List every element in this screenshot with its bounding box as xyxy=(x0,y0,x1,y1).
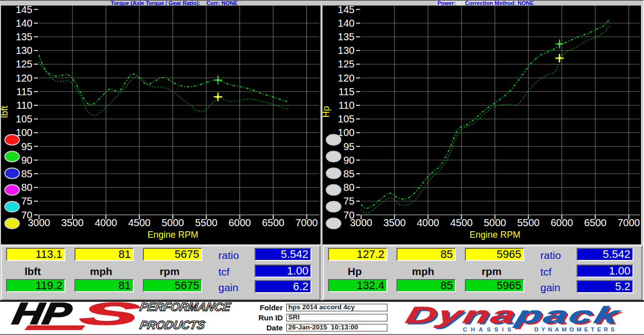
svg-text:105: 105 xyxy=(338,113,354,124)
svg-text:100: 100 xyxy=(338,127,354,138)
svg-text:140: 140 xyxy=(16,18,32,29)
svg-text:75: 75 xyxy=(21,195,32,207)
svg-text:115: 115 xyxy=(339,86,355,97)
svg-text:4000: 4000 xyxy=(417,217,439,228)
svg-text:90: 90 xyxy=(21,155,32,166)
svg-text:4500: 4500 xyxy=(450,217,473,228)
svg-text:Engine RPM: Engine RPM xyxy=(147,230,198,240)
svg-text:95: 95 xyxy=(343,141,354,152)
svg-text:75: 75 xyxy=(343,195,354,207)
svg-text:95: 95 xyxy=(21,141,32,152)
svg-text:125: 125 xyxy=(338,58,354,70)
svg-text:125: 125 xyxy=(16,58,32,70)
svg-text:105: 105 xyxy=(16,113,32,124)
svg-text:5500: 5500 xyxy=(517,217,540,228)
svg-text:5000: 5000 xyxy=(162,217,184,228)
svg-text:120: 120 xyxy=(16,73,32,84)
svg-text:lbft: lbft xyxy=(1,106,10,118)
svg-text:130: 130 xyxy=(338,45,354,56)
svg-text:6000: 6000 xyxy=(228,217,251,228)
svg-text:7000: 7000 xyxy=(295,217,318,228)
svg-text:115: 115 xyxy=(16,86,32,97)
svg-text:80: 80 xyxy=(21,182,32,193)
svg-text:4000: 4000 xyxy=(95,217,117,228)
svg-text:4500: 4500 xyxy=(128,217,150,228)
svg-text:6000: 6000 xyxy=(550,217,573,228)
svg-text:120: 120 xyxy=(338,73,354,84)
svg-text:3500: 3500 xyxy=(383,217,406,228)
svg-text:145: 145 xyxy=(16,6,32,15)
svg-text:6500: 6500 xyxy=(262,217,284,228)
svg-text:85: 85 xyxy=(21,168,32,179)
svg-text:110: 110 xyxy=(16,100,32,111)
svg-text:145: 145 xyxy=(338,6,354,15)
svg-text:Hp: Hp xyxy=(323,106,331,117)
svg-text:6500: 6500 xyxy=(584,217,607,228)
svg-text:130: 130 xyxy=(16,45,32,56)
svg-text:110: 110 xyxy=(339,100,355,111)
svg-text:Engine RPM: Engine RPM xyxy=(469,230,520,240)
svg-text:3000: 3000 xyxy=(350,217,372,228)
svg-text:3500: 3500 xyxy=(61,217,84,228)
svg-text:5500: 5500 xyxy=(195,217,217,228)
svg-text:90: 90 xyxy=(343,155,354,166)
svg-text:135: 135 xyxy=(338,31,354,42)
svg-text:7000: 7000 xyxy=(617,217,640,228)
svg-text:135: 135 xyxy=(16,31,32,42)
svg-text:80: 80 xyxy=(343,182,354,193)
svg-text:140: 140 xyxy=(338,18,354,29)
svg-text:85: 85 xyxy=(343,168,354,179)
svg-text:3000: 3000 xyxy=(28,217,50,228)
svg-text:5000: 5000 xyxy=(484,217,506,228)
